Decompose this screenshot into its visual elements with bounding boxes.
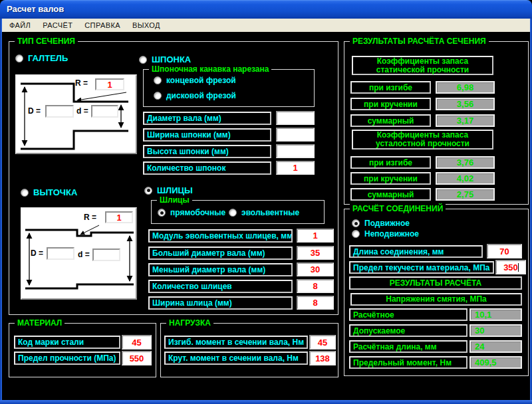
- result-value-fatigue-bending: 3,76: [436, 156, 495, 169]
- menu-file[interactable]: ФАЙЛ: [7, 20, 33, 31]
- radio-label: эвольвентные: [241, 208, 299, 217]
- field-input-spline-width[interactable]: 8: [297, 296, 334, 310]
- radio-label: прямобочные: [170, 208, 225, 217]
- D-input[interactable]: [47, 247, 74, 260]
- group-section-results-title: РЕЗУЛЬТАТЫ РАСЧЁТА СЕЧЕНИЯ: [350, 37, 489, 46]
- field-input-joint-length[interactable]: 70: [487, 244, 522, 258]
- field-label-steel-grade: Код марки стали: [14, 336, 120, 349]
- radio-label: ШПОНКА: [152, 54, 191, 64]
- text-caret: [518, 263, 519, 272]
- field-label-spline-count: Количество шлицев: [148, 280, 293, 293]
- D-input[interactable]: [45, 105, 74, 118]
- field-input-steel-grade[interactable]: 45: [122, 335, 152, 350]
- field-label-major-diameter: Больший диаметр вала (мм): [148, 247, 293, 260]
- group-keyway-cut-title: Шпоночная канавка нарезана: [149, 64, 271, 74]
- radio-label: ВЫТОЧКА: [33, 187, 77, 197]
- radio-icon: [158, 209, 166, 217]
- field-input-torque[interactable]: 138: [309, 351, 336, 365]
- radio-straight-sided[interactable]: прямобочные: [158, 208, 225, 217]
- d-input[interactable]: [91, 105, 118, 118]
- field-label-torque: Крут. момент в сечении вала, Нм: [164, 352, 308, 365]
- group-load-title: НАГРУЗКА: [166, 318, 213, 328]
- radio-shponka[interactable]: ШПОНКА: [139, 54, 191, 64]
- field-input-yield-strength[interactable]: 350: [495, 260, 526, 274]
- D-label: D =: [31, 249, 43, 258]
- field-input-tensile-strength[interactable]: 550: [122, 351, 152, 365]
- window-titlebar[interactable]: Расчет валов: [0, 0, 532, 19]
- radio-fixed[interactable]: Неподвижное: [352, 229, 419, 239]
- radio-disk-mill[interactable]: дисковой фрезой: [154, 91, 236, 100]
- radio-icon: [154, 92, 162, 100]
- radio-icon: [144, 187, 152, 195]
- result-label-fatigue-torsion: при кручении: [350, 172, 431, 185]
- radio-icon: [352, 230, 360, 238]
- radio-icon: [21, 189, 29, 197]
- group-keyway-cut: Шпоночная канавка нарезана: [143, 69, 315, 107]
- result-label-calc-length: Расчётная длина, мм: [349, 340, 467, 353]
- radio-label: Неподвижное: [364, 229, 419, 239]
- field-input-spline-module[interactable]: 1: [297, 229, 334, 243]
- field-label-key-count: Количество шпонок: [143, 161, 271, 175]
- field-input-key-width[interactable]: [276, 128, 315, 142]
- menu-exit[interactable]: ВЫХОД: [130, 20, 162, 31]
- field-label-spline-width: Ширина шлица (мм): [148, 296, 293, 310]
- field-label-shaft-diameter: Диаметр вала (мм): [143, 112, 271, 125]
- result-label-static-torsion: при кручении: [350, 98, 431, 110]
- group-section-type-title: ТИП СЕЧЕНИЯ: [15, 37, 78, 46]
- radio-icon: [352, 219, 360, 227]
- r-input[interactable]: 1: [95, 78, 124, 90]
- field-input-spline-count[interactable]: 8: [297, 279, 334, 293]
- result-label-static-total: суммарный: [350, 114, 431, 127]
- bearing-stress-header: Напряжения смятия, МПа: [350, 293, 522, 306]
- result-value-calculated: 10,1: [469, 308, 522, 321]
- radio-icon: [229, 209, 237, 217]
- r-input[interactable]: 1: [105, 211, 133, 223]
- group-material-title: МАТЕРИАЛ: [15, 318, 65, 328]
- menu-calc[interactable]: РАСЧЁТ: [41, 20, 74, 31]
- radio-label: концевой фрезой: [166, 76, 236, 85]
- radio-involute[interactable]: эвольвентные: [229, 208, 299, 217]
- field-input-key-count[interactable]: 1: [276, 161, 315, 175]
- radio-icon: [15, 54, 23, 62]
- result-label-fatigue-total: суммарный: [350, 188, 431, 201]
- fillet-diagram: R = 1 D = d =: [15, 74, 137, 154]
- D-label: D =: [28, 106, 41, 116]
- static-safety-header: Коэффициенты запаса статической прочност…: [352, 56, 493, 75]
- result-value-limit-moment: 409,5: [469, 356, 522, 369]
- window-title: Расчет валов: [7, 4, 64, 14]
- field-input-key-height[interactable]: [276, 144, 315, 158]
- radio-end-mill[interactable]: концевой фрезой: [154, 76, 236, 85]
- field-input-bending-moment[interactable]: 45: [309, 335, 336, 350]
- field-label-minor-diameter: Меньший диаметр вала (мм): [148, 263, 293, 276]
- window-border-bottom: [0, 400, 532, 404]
- result-value-fatigue-torsion: 4,02: [436, 172, 495, 185]
- r-label: R =: [75, 78, 88, 88]
- fatigue-safety-header: Коэффициенты запаса усталостной прочност…: [352, 130, 493, 150]
- field-input-minor-diameter[interactable]: 30: [297, 262, 334, 276]
- result-label-static-bending: при изгибе: [350, 81, 431, 94]
- radio-shlitsy[interactable]: ШЛИЦЫ: [144, 185, 193, 195]
- menu-help[interactable]: СПРАВКА: [82, 20, 122, 31]
- field-label-key-width: Ширина шпонки (мм): [143, 128, 271, 142]
- radio-vytochka[interactable]: ВЫТОЧКА: [21, 187, 77, 197]
- groove-diagram: R = 1 D = d =: [21, 207, 137, 300]
- field-label-spline-module: Модуль эвольвентных шлицев, мм: [148, 229, 293, 243]
- radio-label: Подвижное: [364, 219, 410, 228]
- group-joint-calc-title: РАСЧЁТ СОЕДИНЕНИЙ: [350, 204, 446, 213]
- field-label-bending-moment: Изгиб. момент в сечении вала, Нм: [164, 336, 308, 349]
- result-value-static-total: 3,17: [436, 114, 495, 127]
- radio-movable[interactable]: Подвижное: [352, 219, 410, 228]
- joint-results-button[interactable]: РЕЗУЛЬТАТЫ РАСЧЁТА: [349, 276, 522, 290]
- radio-galtel[interactable]: ГАЛТЕЛЬ: [15, 53, 68, 63]
- field-input-major-diameter[interactable]: 35: [297, 246, 334, 260]
- field-input-shaft-diameter[interactable]: [276, 111, 315, 125]
- radio-label: ГАЛТЕЛЬ: [28, 53, 68, 63]
- d-input[interactable]: [92, 249, 120, 261]
- radio-label: ШЛИЦЫ: [157, 185, 193, 195]
- result-value-allowable: 30: [469, 324, 522, 337]
- field-label-joint-length: Длина соединения, мм: [349, 245, 483, 258]
- d-label: d =: [76, 106, 88, 116]
- result-label-limit-moment: Предельный момент, Нм: [349, 356, 467, 369]
- radio-label: дисковой фрезой: [166, 91, 236, 100]
- group-spline-type-title: Шлицы: [157, 195, 192, 205]
